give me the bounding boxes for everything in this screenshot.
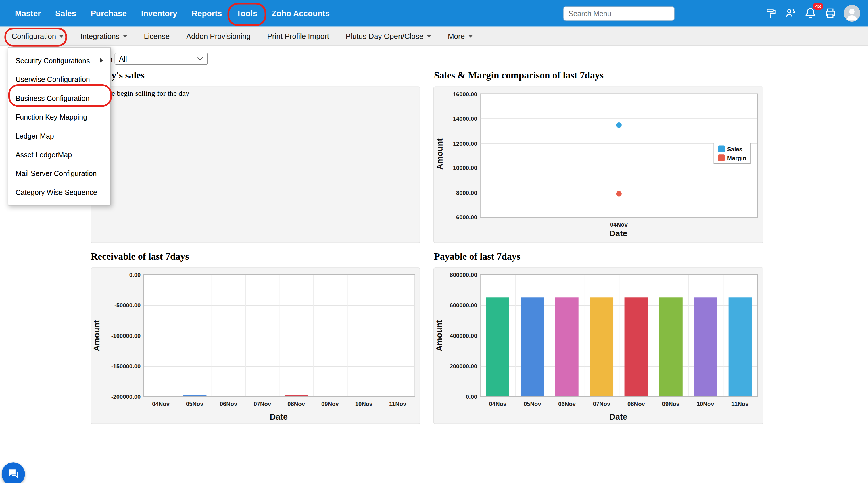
menu-item-function-key-mapping[interactable]: Function Key Mapping [8, 108, 110, 126]
y-tick-label: 600000.00 [450, 302, 477, 308]
gridline [212, 275, 212, 396]
menu-item-category-wise-sequence[interactable]: Category Wise Sequence [8, 183, 110, 202]
x-axis-label: Date [480, 412, 757, 421]
y-tick-label: 400000.00 [450, 332, 477, 339]
payable-plot: 800000.00600000.00400000.00200000.000.00… [480, 274, 758, 397]
subnav-item-configuration[interactable]: Configuration [3, 26, 72, 45]
y-tick-label: -50000.00 [114, 302, 141, 308]
chat-icon [7, 467, 20, 481]
bar-08Nov [625, 298, 648, 396]
x-tick-label: 09Nov [654, 400, 688, 407]
nav-tools[interactable]: Tools [229, 0, 264, 26]
chevron-down-icon [123, 34, 127, 37]
y-tick-label: 200000.00 [450, 363, 477, 369]
x-axis-label: Date [144, 412, 414, 421]
menu-item-label: Category Wise Sequence [16, 188, 97, 197]
y-tick-label: 8000.00 [456, 189, 477, 196]
subnav-item-addon-provisioning[interactable]: Addon Provisioning [178, 26, 259, 45]
subnav-item-integrations[interactable]: Integrations [72, 26, 136, 45]
y-tick-label: 14000.00 [453, 115, 477, 122]
menu-item-asset-ledgermap[interactable]: Asset LedgerMap [8, 145, 110, 164]
gridline [279, 275, 280, 396]
menu-item-label: Business Configuration [16, 94, 90, 102]
subnav-item-plutus-day-open-close[interactable]: Plutus Day Open/Close [337, 26, 439, 45]
subnav-plutus-day-label: Plutus Day Open/Close [346, 32, 423, 40]
bar-09Nov [659, 298, 682, 396]
branch-select[interactable]: All [115, 53, 208, 65]
top-nav: Master Sales Purchase Inventory Reports … [0, 0, 337, 26]
notifications-bell-icon[interactable]: 43 [804, 7, 817, 20]
nav-purchase[interactable]: Purchase [83, 0, 134, 26]
nav-zoho-accounts[interactable]: Zoho Accounts [265, 0, 337, 26]
menu-item-mail-server-configuration[interactable]: Mail Server Configuration [8, 164, 110, 183]
menu-item-ledger-map[interactable]: Ledger Map [8, 126, 110, 145]
nav-zoho-accounts-label: Zoho Accounts [272, 9, 330, 18]
menu-item-label: Asset LedgerMap [16, 150, 72, 159]
search-input[interactable] [563, 6, 675, 21]
subnav-item-license[interactable]: License [136, 26, 178, 45]
chat-fab-button[interactable] [2, 462, 25, 483]
menu-item-label: Userwise Configuration [16, 75, 90, 83]
gridline [584, 275, 585, 396]
y-tick-label: 0.00 [129, 271, 141, 278]
menu-item-business-configuration[interactable]: Business Configuration [8, 89, 110, 107]
nav-inventory-label: Inventory [141, 9, 177, 18]
subnav-item-more[interactable]: More [439, 26, 481, 45]
subnav-configuration-label: Configuration [11, 32, 56, 40]
y-axis-label: Amount [435, 139, 444, 170]
subnav-addon-provisioning-label: Addon Provisioning [186, 32, 251, 40]
user-avatar[interactable] [843, 5, 860, 22]
subnav-more-label: More [448, 32, 465, 40]
topbar-right-tools: 43 [563, 5, 868, 22]
top-navbar: Master Sales Purchase Inventory Reports … [0, 0, 868, 26]
sub-navbar: Configuration Integrations License Addon… [0, 26, 868, 46]
chevron-right-icon [100, 58, 103, 62]
subnav-item-print-profile-import[interactable]: Print Profile Import [259, 26, 337, 45]
paint-roller-icon[interactable] [765, 7, 777, 19]
x-tick-label: 06Nov [212, 400, 245, 407]
configuration-dropdown-menu: Security Configurations Userwise Configu… [8, 47, 111, 206]
payable-title: Payable of last 7days [434, 251, 521, 262]
chevron-down-icon [197, 57, 203, 60]
gridline [550, 275, 550, 396]
gridline [722, 275, 723, 396]
gridline [245, 275, 246, 396]
y-tick-label: -150000.00 [111, 363, 141, 369]
legend-label: Margin [727, 154, 746, 161]
bar-05Nov [183, 395, 206, 396]
x-tick-label: 10Nov [688, 400, 722, 407]
nav-sales[interactable]: Sales [48, 0, 83, 26]
printer-icon[interactable] [824, 7, 836, 19]
menu-item-security-configurations[interactable]: Security Configurations [8, 51, 110, 69]
switch-account-icon[interactable] [784, 7, 797, 19]
gridline [515, 275, 516, 396]
gridline [654, 275, 654, 396]
nav-master[interactable]: Master [8, 0, 48, 26]
menu-item-userwise-configuration[interactable]: Userwise Configuration [8, 70, 110, 89]
dot-margin [616, 191, 622, 197]
today-sales-panel: Please begin selling for the day [91, 86, 420, 243]
gridline [347, 275, 347, 396]
y-tick-label: 10000.00 [453, 164, 477, 171]
x-tick-label: 11Nov [381, 400, 415, 407]
y-tick-label: 0.00 [466, 393, 477, 400]
chevron-down-icon [468, 34, 472, 37]
y-tick-label: 12000.00 [453, 140, 477, 147]
bar-04Nov [486, 298, 509, 396]
legend-swatch [718, 154, 724, 161]
receivable-plot: 0.00-50000.00-100000.00-150000.00-200000… [144, 274, 415, 397]
menu-item-label: Mail Server Configuration [16, 169, 97, 177]
nav-inventory[interactable]: Inventory [134, 0, 185, 26]
gridline [178, 275, 178, 396]
nav-reports-label: Reports [192, 9, 222, 18]
gridline [480, 119, 757, 119]
bar-07Nov [590, 298, 613, 396]
nav-reports[interactable]: Reports [185, 0, 229, 26]
legend: SalesMargin [713, 143, 751, 164]
x-tick-label: 07Nov [245, 400, 279, 407]
x-tick-label: 05Nov [515, 400, 550, 407]
nav-purchase-label: Purchase [91, 9, 127, 18]
nav-tools-label: Tools [236, 9, 257, 18]
menu-item-label: Function Key Mapping [16, 113, 87, 121]
gridline [381, 275, 381, 396]
